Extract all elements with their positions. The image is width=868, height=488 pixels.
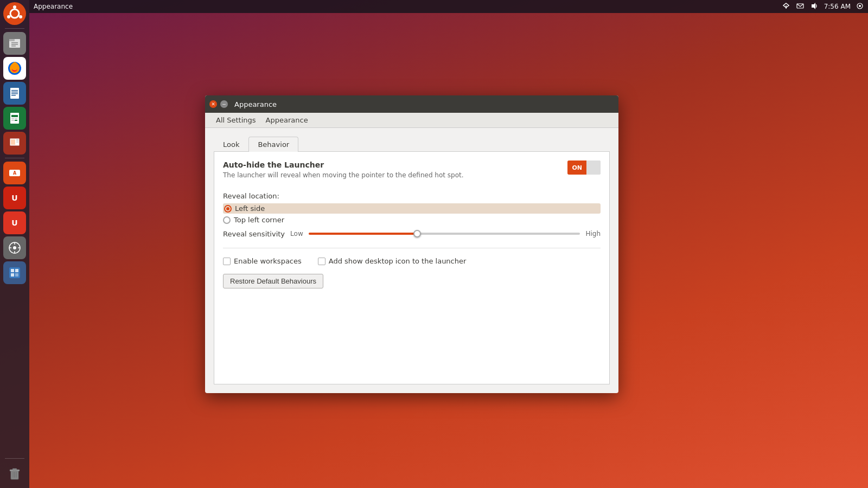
tabs: Look Behavior bbox=[214, 137, 610, 152]
reveal-location-section: Reveal location: Left side Top left corn… bbox=[223, 192, 601, 224]
svg-rect-42 bbox=[15, 269, 18, 272]
svg-rect-25 bbox=[16, 139, 18, 140]
toggle-off-area bbox=[586, 160, 601, 175]
svg-rect-7 bbox=[11, 42, 18, 43]
calc-launcher-icon[interactable] bbox=[3, 107, 26, 130]
topbar-time: 7:56 AM bbox=[824, 3, 851, 10]
tab-behavior[interactable]: Behavior bbox=[248, 137, 298, 152]
writer-launcher-icon[interactable] bbox=[3, 82, 26, 105]
svg-rect-26 bbox=[16, 141, 18, 142]
topbar: Appearance 7:56 AM bbox=[29, 0, 868, 13]
add-desktop-icon-checkbox[interactable]: Add show desktop icon to the launcher bbox=[318, 257, 467, 265]
launcher-divider-2 bbox=[5, 158, 24, 158]
svg-rect-19 bbox=[15, 118, 17, 119]
sensitivity-high-label: High bbox=[585, 230, 601, 237]
uone2-launcher-icon[interactable]: U bbox=[3, 211, 26, 234]
svg-rect-41 bbox=[11, 269, 14, 272]
radio-top-left-corner-label: Top left corner bbox=[234, 216, 284, 224]
svg-point-35 bbox=[13, 246, 16, 249]
all-settings-menu-item[interactable]: All Settings bbox=[212, 115, 260, 125]
dialog-content: Look Behavior Auto-hide the Launcher The… bbox=[205, 128, 618, 393]
appearance-menu-item[interactable]: Appearance bbox=[261, 115, 312, 125]
svg-rect-9 bbox=[11, 46, 16, 47]
slider-thumb[interactable] bbox=[413, 230, 421, 237]
dialog-menubar: All Settings Appearance bbox=[205, 113, 618, 128]
radio-top-left-corner[interactable]: Top left corner bbox=[223, 216, 601, 224]
svg-marker-53 bbox=[812, 3, 815, 9]
settings-icon[interactable] bbox=[856, 2, 864, 11]
files-launcher-icon[interactable] bbox=[3, 32, 26, 55]
svg-rect-15 bbox=[11, 95, 16, 96]
svg-rect-6 bbox=[9, 39, 15, 41]
sensitivity-low-label: Low bbox=[290, 230, 303, 237]
sensitivity-section: Reveal sensitivity Low High bbox=[223, 228, 601, 239]
svg-point-55 bbox=[859, 5, 861, 7]
launcher-divider bbox=[5, 28, 24, 29]
svg-rect-14 bbox=[11, 93, 18, 94]
enable-workspaces-label: Enable workspaces bbox=[234, 257, 302, 265]
minimize-button[interactable]: − bbox=[220, 100, 228, 108]
svg-rect-21 bbox=[15, 120, 17, 121]
svg-rect-27 bbox=[16, 142, 18, 143]
checkboxes-section: Enable workspaces Add show desktop icon … bbox=[223, 257, 601, 265]
radio-top-left-corner-btn bbox=[223, 216, 231, 224]
svg-point-3 bbox=[19, 15, 22, 18]
slider-track bbox=[309, 233, 580, 235]
volume-icon[interactable] bbox=[810, 2, 819, 12]
autohide-title: Auto-hide the Launcher bbox=[223, 160, 464, 169]
launcher: A U U bbox=[0, 0, 29, 488]
tools-launcher-icon[interactable] bbox=[3, 236, 26, 259]
svg-text:U: U bbox=[11, 219, 17, 227]
mail-icon[interactable] bbox=[796, 2, 805, 12]
svg-rect-8 bbox=[11, 44, 18, 45]
topbar-right: 7:56 AM bbox=[782, 2, 864, 12]
uone-launcher-icon[interactable]: U bbox=[3, 187, 26, 209]
autohide-text: Auto-hide the Launcher The launcher will… bbox=[223, 160, 464, 185]
radio-left-side[interactable]: Left side bbox=[223, 203, 601, 214]
dialog-titlebar: ✕ − Appearance bbox=[205, 95, 618, 113]
radio-left-side-btn bbox=[224, 205, 232, 213]
svg-rect-17 bbox=[11, 115, 18, 117]
svg-text:U: U bbox=[11, 194, 17, 202]
ubuntu-launcher-icon[interactable] bbox=[3, 2, 26, 25]
sensitivity-slider-container bbox=[309, 228, 580, 239]
add-desktop-icon-checkbox-box bbox=[318, 258, 326, 265]
dialog-window: ✕ − Appearance All Settings Appearance L… bbox=[205, 95, 618, 393]
tab-look[interactable]: Look bbox=[214, 137, 248, 152]
blue-app-launcher-icon[interactable] bbox=[3, 261, 26, 284]
impress-launcher-icon[interactable] bbox=[3, 132, 26, 155]
svg-point-2 bbox=[13, 5, 16, 9]
restore-defaults-button[interactable]: Restore Default Behaviours bbox=[223, 274, 323, 288]
svg-rect-12 bbox=[11, 90, 18, 91]
behavior-panel: Auto-hide the Launcher The launcher will… bbox=[214, 152, 610, 384]
slider-fill bbox=[309, 233, 417, 235]
ubuntu-software-launcher-icon[interactable]: A bbox=[3, 162, 26, 184]
topbar-title: Appearance bbox=[34, 3, 73, 10]
network-icon[interactable] bbox=[782, 2, 790, 12]
radio-left-side-label: Left side bbox=[235, 204, 265, 213]
close-button[interactable]: ✕ bbox=[209, 100, 217, 108]
autohide-toggle[interactable]: ON bbox=[567, 160, 601, 175]
sensitivity-label: Reveal sensitivity bbox=[223, 230, 285, 238]
separator bbox=[223, 248, 601, 248]
bottom-spacer bbox=[223, 288, 601, 375]
svg-text:A: A bbox=[13, 171, 17, 176]
svg-rect-13 bbox=[11, 92, 18, 93]
trash-launcher-icon[interactable] bbox=[3, 462, 26, 485]
autohide-section: Auto-hide the Launcher The launcher will… bbox=[223, 160, 601, 185]
autohide-subtitle: The launcher will reveal when moving the… bbox=[223, 171, 464, 179]
svg-rect-24 bbox=[11, 139, 15, 145]
svg-rect-43 bbox=[11, 273, 14, 277]
enable-workspaces-checkbox-box bbox=[223, 258, 231, 265]
enable-workspaces-checkbox[interactable]: Enable workspaces bbox=[223, 257, 302, 265]
dialog-title: Appearance bbox=[234, 100, 277, 108]
svg-point-4 bbox=[7, 15, 10, 18]
svg-rect-20 bbox=[11, 120, 14, 121]
svg-rect-44 bbox=[15, 273, 18, 277]
add-desktop-icon-label: Add show desktop icon to the launcher bbox=[329, 257, 467, 265]
svg-rect-18 bbox=[11, 118, 14, 119]
toggle-on-label: ON bbox=[567, 160, 586, 175]
launcher-divider-3 bbox=[5, 458, 24, 459]
firefox-launcher-icon[interactable] bbox=[3, 57, 26, 80]
svg-rect-47 bbox=[12, 468, 17, 470]
